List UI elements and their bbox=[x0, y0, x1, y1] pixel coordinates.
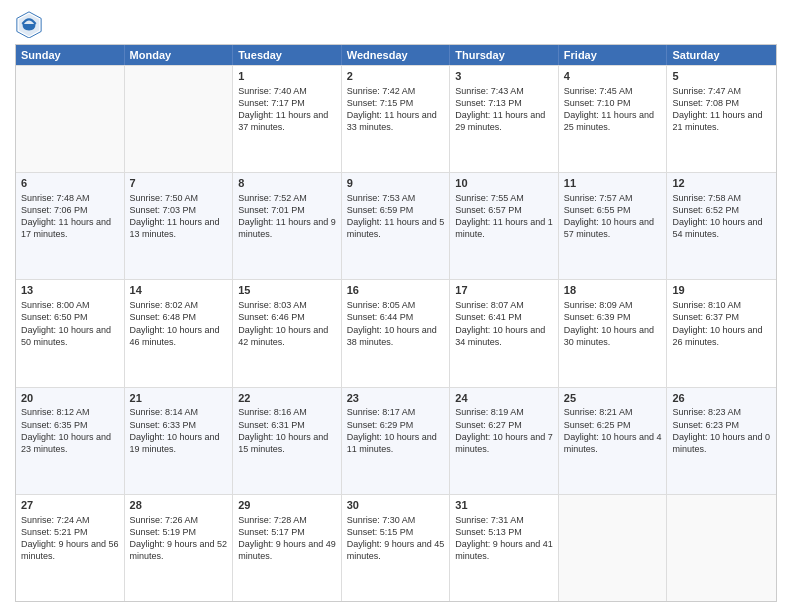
logo bbox=[15, 10, 47, 38]
sunset: Sunset: 7:15 PM bbox=[347, 98, 414, 108]
calendar-cell-7: 7Sunrise: 7:50 AMSunset: 7:03 PMDaylight… bbox=[125, 173, 234, 279]
sunset: Sunset: 7:13 PM bbox=[455, 98, 522, 108]
calendar-cell-30: 30Sunrise: 7:30 AMSunset: 5:15 PMDayligh… bbox=[342, 495, 451, 601]
day-number: 3 bbox=[455, 69, 553, 84]
calendar-header-saturday: Saturday bbox=[667, 45, 776, 65]
daylight: Daylight: 11 hours and 9 minutes. bbox=[238, 217, 336, 239]
header bbox=[15, 10, 777, 38]
calendar-cell-15: 15Sunrise: 8:03 AMSunset: 6:46 PMDayligh… bbox=[233, 280, 342, 386]
day-number: 12 bbox=[672, 176, 771, 191]
sunrise: Sunrise: 8:03 AM bbox=[238, 300, 307, 310]
day-number: 22 bbox=[238, 391, 336, 406]
sunrise: Sunrise: 7:28 AM bbox=[238, 515, 307, 525]
calendar-cell-4: 4Sunrise: 7:45 AMSunset: 7:10 PMDaylight… bbox=[559, 66, 668, 172]
calendar-cell-13: 13Sunrise: 8:00 AMSunset: 6:50 PMDayligh… bbox=[16, 280, 125, 386]
day-number: 13 bbox=[21, 283, 119, 298]
sunset: Sunset: 6:31 PM bbox=[238, 420, 305, 430]
sunrise: Sunrise: 7:31 AM bbox=[455, 515, 524, 525]
daylight: Daylight: 10 hours and 4 minutes. bbox=[564, 432, 662, 454]
sunset: Sunset: 5:15 PM bbox=[347, 527, 414, 537]
logo-icon bbox=[15, 10, 43, 38]
calendar-row-4: 20Sunrise: 8:12 AMSunset: 6:35 PMDayligh… bbox=[16, 387, 776, 494]
day-number: 31 bbox=[455, 498, 553, 513]
calendar-body: 1Sunrise: 7:40 AMSunset: 7:17 PMDaylight… bbox=[16, 65, 776, 601]
sunrise: Sunrise: 8:14 AM bbox=[130, 407, 199, 417]
sunset: Sunset: 6:48 PM bbox=[130, 312, 197, 322]
daylight: Daylight: 10 hours and 34 minutes. bbox=[455, 325, 545, 347]
sunrise: Sunrise: 8:09 AM bbox=[564, 300, 633, 310]
calendar-cell-16: 16Sunrise: 8:05 AMSunset: 6:44 PMDayligh… bbox=[342, 280, 451, 386]
sunset: Sunset: 6:39 PM bbox=[564, 312, 631, 322]
day-number: 5 bbox=[672, 69, 771, 84]
sunset: Sunset: 7:17 PM bbox=[238, 98, 305, 108]
sunrise: Sunrise: 7:30 AM bbox=[347, 515, 416, 525]
daylight: Daylight: 10 hours and 54 minutes. bbox=[672, 217, 762, 239]
day-number: 24 bbox=[455, 391, 553, 406]
daylight: Daylight: 11 hours and 21 minutes. bbox=[672, 110, 762, 132]
daylight: Daylight: 9 hours and 45 minutes. bbox=[347, 539, 445, 561]
sunset: Sunset: 6:52 PM bbox=[672, 205, 739, 215]
sunrise: Sunrise: 8:00 AM bbox=[21, 300, 90, 310]
sunset: Sunset: 6:23 PM bbox=[672, 420, 739, 430]
calendar-cell-9: 9Sunrise: 7:53 AMSunset: 6:59 PMDaylight… bbox=[342, 173, 451, 279]
sunset: Sunset: 6:55 PM bbox=[564, 205, 631, 215]
sunrise: Sunrise: 7:58 AM bbox=[672, 193, 741, 203]
sunrise: Sunrise: 8:16 AM bbox=[238, 407, 307, 417]
calendar-cell-27: 27Sunrise: 7:24 AMSunset: 5:21 PMDayligh… bbox=[16, 495, 125, 601]
sunrise: Sunrise: 8:02 AM bbox=[130, 300, 199, 310]
sunrise: Sunrise: 8:12 AM bbox=[21, 407, 90, 417]
day-number: 1 bbox=[238, 69, 336, 84]
calendar-cell-2: 2Sunrise: 7:42 AMSunset: 7:15 PMDaylight… bbox=[342, 66, 451, 172]
sunset: Sunset: 6:41 PM bbox=[455, 312, 522, 322]
sunset: Sunset: 5:21 PM bbox=[21, 527, 88, 537]
day-number: 14 bbox=[130, 283, 228, 298]
daylight: Daylight: 10 hours and 0 minutes. bbox=[672, 432, 770, 454]
sunrise: Sunrise: 8:05 AM bbox=[347, 300, 416, 310]
sunset: Sunset: 5:17 PM bbox=[238, 527, 305, 537]
calendar-cell-20: 20Sunrise: 8:12 AMSunset: 6:35 PMDayligh… bbox=[16, 388, 125, 494]
sunset: Sunset: 7:06 PM bbox=[21, 205, 88, 215]
calendar-cell-26: 26Sunrise: 8:23 AMSunset: 6:23 PMDayligh… bbox=[667, 388, 776, 494]
day-number: 30 bbox=[347, 498, 445, 513]
sunset: Sunset: 6:46 PM bbox=[238, 312, 305, 322]
daylight: Daylight: 9 hours and 49 minutes. bbox=[238, 539, 336, 561]
day-number: 18 bbox=[564, 283, 662, 298]
sunrise: Sunrise: 7:57 AM bbox=[564, 193, 633, 203]
calendar-cell-empty bbox=[667, 495, 776, 601]
sunrise: Sunrise: 8:17 AM bbox=[347, 407, 416, 417]
calendar-cell-19: 19Sunrise: 8:10 AMSunset: 6:37 PMDayligh… bbox=[667, 280, 776, 386]
day-number: 26 bbox=[672, 391, 771, 406]
sunset: Sunset: 7:08 PM bbox=[672, 98, 739, 108]
calendar-header: SundayMondayTuesdayWednesdayThursdayFrid… bbox=[16, 45, 776, 65]
daylight: Daylight: 11 hours and 13 minutes. bbox=[130, 217, 220, 239]
day-number: 25 bbox=[564, 391, 662, 406]
calendar-cell-8: 8Sunrise: 7:52 AMSunset: 7:01 PMDaylight… bbox=[233, 173, 342, 279]
sunrise: Sunrise: 8:23 AM bbox=[672, 407, 741, 417]
daylight: Daylight: 11 hours and 5 minutes. bbox=[347, 217, 445, 239]
daylight: Daylight: 10 hours and 42 minutes. bbox=[238, 325, 328, 347]
sunrise: Sunrise: 7:55 AM bbox=[455, 193, 524, 203]
calendar-cell-18: 18Sunrise: 8:09 AMSunset: 6:39 PMDayligh… bbox=[559, 280, 668, 386]
calendar: SundayMondayTuesdayWednesdayThursdayFrid… bbox=[15, 44, 777, 602]
sunset: Sunset: 7:01 PM bbox=[238, 205, 305, 215]
sunrise: Sunrise: 7:48 AM bbox=[21, 193, 90, 203]
daylight: Daylight: 10 hours and 30 minutes. bbox=[564, 325, 654, 347]
sunset: Sunset: 6:35 PM bbox=[21, 420, 88, 430]
daylight: Daylight: 10 hours and 23 minutes. bbox=[21, 432, 111, 454]
daylight: Daylight: 10 hours and 11 minutes. bbox=[347, 432, 437, 454]
daylight: Daylight: 10 hours and 15 minutes. bbox=[238, 432, 328, 454]
sunset: Sunset: 6:29 PM bbox=[347, 420, 414, 430]
day-number: 16 bbox=[347, 283, 445, 298]
day-number: 2 bbox=[347, 69, 445, 84]
sunset: Sunset: 5:13 PM bbox=[455, 527, 522, 537]
calendar-cell-29: 29Sunrise: 7:28 AMSunset: 5:17 PMDayligh… bbox=[233, 495, 342, 601]
day-number: 15 bbox=[238, 283, 336, 298]
calendar-cell-1: 1Sunrise: 7:40 AMSunset: 7:17 PMDaylight… bbox=[233, 66, 342, 172]
day-number: 21 bbox=[130, 391, 228, 406]
calendar-cell-empty bbox=[125, 66, 234, 172]
calendar-header-friday: Friday bbox=[559, 45, 668, 65]
sunset: Sunset: 6:33 PM bbox=[130, 420, 197, 430]
daylight: Daylight: 10 hours and 7 minutes. bbox=[455, 432, 553, 454]
sunrise: Sunrise: 8:19 AM bbox=[455, 407, 524, 417]
day-number: 23 bbox=[347, 391, 445, 406]
